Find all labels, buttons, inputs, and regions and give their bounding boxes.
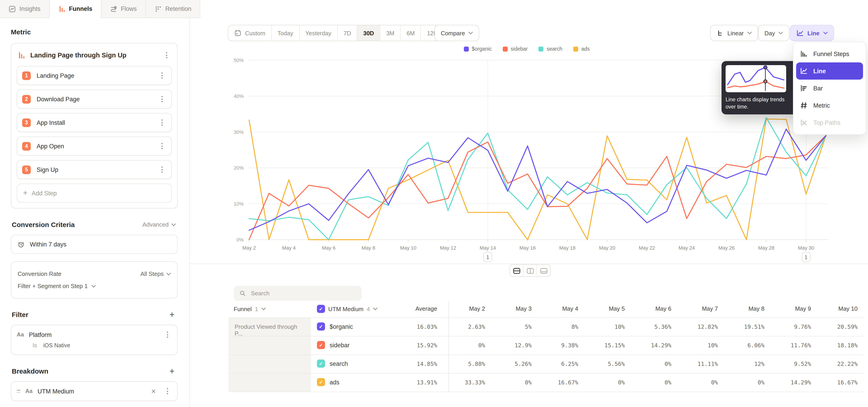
series-value: 19.51% bbox=[719, 323, 765, 330]
chart-type-option-top-paths: Top Paths bbox=[794, 114, 866, 131]
add-breakdown-button[interactable]: + bbox=[168, 368, 176, 374]
flows-icon bbox=[110, 5, 117, 12]
chart-type-option-line[interactable]: Line bbox=[796, 62, 863, 80]
menu-item-label: Line bbox=[813, 68, 826, 74]
series-value: 18.18% bbox=[812, 342, 858, 349]
series-value: 0% bbox=[580, 379, 625, 386]
series-value: 8% bbox=[533, 323, 578, 330]
remove-breakdown-icon[interactable]: ✕ bbox=[149, 388, 158, 395]
conversion-window-selector[interactable]: Within 7 days bbox=[11, 235, 178, 254]
conversion-rate-row[interactable]: Conversion Rate All Steps bbox=[18, 268, 171, 280]
series-checkbox-organic[interactable]: ✓ bbox=[317, 322, 325, 331]
layout-split-vertical-button[interactable] bbox=[524, 265, 537, 276]
chart-type-tooltip: Line charts display trends over time. bbox=[721, 61, 798, 115]
funnel-step-landing-page[interactable]: 1Landing Page bbox=[17, 66, 172, 85]
series-value: 5.36% bbox=[626, 323, 671, 330]
conversion-criteria-card: Conversion Rate All Steps Filter + Segme… bbox=[11, 261, 178, 299]
step-number-badge: 3 bbox=[22, 118, 31, 127]
average-column-header[interactable]: Average bbox=[383, 305, 437, 312]
layout-bottom-panel-button[interactable] bbox=[537, 265, 550, 276]
chevron-down-icon bbox=[171, 223, 176, 226]
step-label: Sign Up bbox=[37, 166, 151, 173]
table-row-divider bbox=[228, 354, 864, 355]
funnel-step-sign-up[interactable]: 5Sign Up bbox=[17, 160, 172, 179]
filter-property[interactable]: Platform bbox=[29, 331, 158, 338]
funnel-step-app-install[interactable]: 3App Install bbox=[17, 113, 172, 132]
plus-icon: + bbox=[23, 189, 28, 198]
series-value: 15.15% bbox=[580, 342, 625, 349]
step-kebab-icon[interactable] bbox=[157, 165, 166, 174]
step-kebab-icon[interactable] bbox=[157, 142, 166, 151]
day-column-header[interactable]: May 4 bbox=[533, 305, 578, 312]
menu-item-label: Top Paths bbox=[813, 119, 840, 126]
day-column-header[interactable]: May 6 bbox=[626, 305, 671, 312]
series-checkbox-sidebar[interactable]: ✓ bbox=[317, 341, 325, 349]
day-column-header[interactable]: May 7 bbox=[673, 305, 718, 312]
step-label: Download Page bbox=[37, 96, 151, 102]
step-kebab-icon[interactable] bbox=[157, 118, 166, 127]
step-kebab-icon[interactable] bbox=[157, 71, 166, 80]
tab-flows[interactable]: Flows bbox=[101, 0, 146, 18]
day-column-header[interactable]: May 3 bbox=[487, 305, 532, 312]
series-value: 2.63% bbox=[440, 323, 485, 330]
series-checkbox-search[interactable]: ✓ bbox=[317, 359, 325, 368]
breakdown-property[interactable]: UTM Medium bbox=[37, 388, 144, 395]
string-type-icon: Aa bbox=[25, 388, 33, 394]
day-column-header[interactable]: May 5 bbox=[580, 305, 625, 312]
filter-kebab-icon[interactable] bbox=[163, 330, 172, 339]
funnel-count: 1 bbox=[255, 306, 258, 312]
funnel-metric-icon bbox=[18, 51, 25, 59]
day-column-header[interactable]: May 9 bbox=[766, 305, 811, 312]
insights-icon bbox=[8, 5, 16, 12]
step-number-badge: 1 bbox=[22, 71, 31, 80]
metric-title: Landing Page through Sign Up bbox=[30, 52, 157, 59]
series-average: 14.85% bbox=[383, 361, 437, 367]
series-value: 0% bbox=[626, 361, 671, 367]
filter-segment-row[interactable]: Filter + Segment on Step 1 bbox=[18, 280, 171, 292]
series-value: 9.38% bbox=[533, 342, 578, 349]
funnel-column-selector[interactable]: Funnel1 bbox=[234, 303, 266, 315]
query-sidebar: Metric Landing Page through Sign Up 1Lan… bbox=[0, 18, 190, 407]
drag-handle-icon[interactable] bbox=[17, 390, 20, 393]
series-value: 5.88% bbox=[440, 361, 485, 367]
metric-kebab-icon[interactable] bbox=[162, 51, 171, 60]
breakdown-kebab-icon[interactable] bbox=[163, 387, 172, 396]
chart-type-option-bar[interactable]: Bar bbox=[794, 80, 866, 97]
day-column-header[interactable]: May 8 bbox=[719, 305, 765, 312]
tab-retention[interactable]: Retention bbox=[146, 0, 200, 18]
series-checkbox-ads[interactable]: ✓ bbox=[317, 378, 325, 386]
filter-operator[interactable]: Is bbox=[33, 342, 37, 349]
chart-type-option-metric[interactable]: Metric bbox=[794, 97, 866, 114]
filter-value[interactable]: iOS Native bbox=[43, 342, 70, 349]
series-average: 16.03% bbox=[383, 323, 437, 330]
tab-insights[interactable]: Insights bbox=[0, 0, 50, 18]
breakdown-column-selector[interactable]: ✓UTM Medium4 bbox=[317, 303, 378, 315]
day-column-header[interactable]: May 2 bbox=[440, 305, 485, 312]
add-step-button[interactable]: + Add Step bbox=[17, 184, 172, 202]
tab-funnels[interactable]: Funnels bbox=[50, 0, 101, 18]
day-column-header[interactable]: May 10 bbox=[812, 305, 858, 312]
filter-card: Aa Platform Is iOS Native bbox=[11, 325, 178, 355]
series-name: search bbox=[330, 361, 348, 367]
series-value: 14.29% bbox=[766, 379, 811, 386]
series-value: 0% bbox=[440, 342, 485, 349]
funnel-step-download-page[interactable]: 2Download Page bbox=[17, 90, 172, 108]
series-value: 11.11% bbox=[673, 361, 718, 367]
metric-icon bbox=[799, 101, 808, 109]
retention-icon bbox=[154, 5, 162, 12]
select-all-checkbox[interactable]: ✓ bbox=[317, 305, 325, 313]
filter-heading: Filter bbox=[12, 311, 28, 318]
series-value: 16.67% bbox=[812, 379, 858, 386]
add-filter-button[interactable]: + bbox=[168, 311, 176, 318]
series-value: 5% bbox=[487, 323, 532, 330]
menu-item-label: Metric bbox=[813, 102, 830, 109]
step-kebab-icon[interactable] bbox=[157, 95, 166, 103]
metric-heading: Metric bbox=[11, 28, 178, 36]
table-row-divider bbox=[228, 392, 864, 392]
funnel-step-app-open[interactable]: 4App Open bbox=[17, 136, 172, 156]
layout-split-horizontal-button[interactable] bbox=[510, 265, 524, 276]
mini-line-chart-graphic bbox=[725, 65, 786, 92]
series-value: 5.26% bbox=[487, 361, 532, 367]
advanced-toggle[interactable]: Advanced bbox=[143, 221, 176, 228]
chart-type-option-funnel-steps[interactable]: Funnel Steps bbox=[794, 45, 866, 62]
